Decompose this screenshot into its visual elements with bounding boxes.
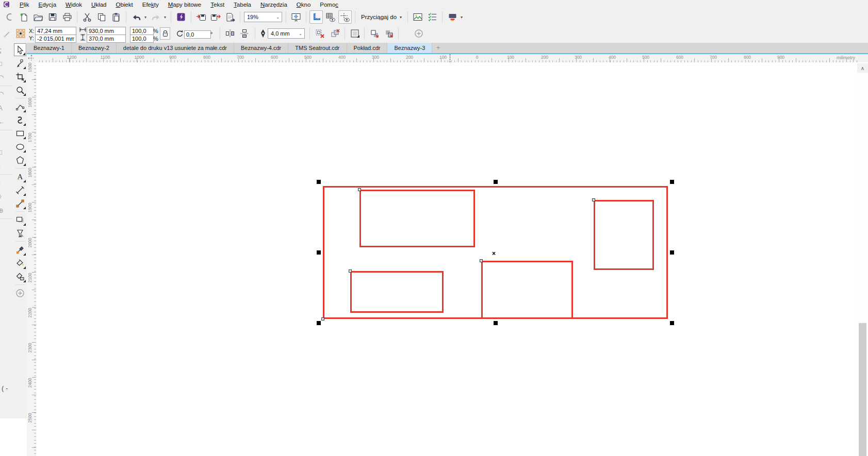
crop-tool[interactable] xyxy=(14,70,26,83)
menu-obiekt[interactable]: Obiekt xyxy=(111,1,137,8)
node-marker[interactable] xyxy=(480,259,483,262)
rulers-toggle-icon[interactable] xyxy=(309,10,323,24)
wrap-text-button[interactable] xyxy=(349,27,361,40)
document-tab[interactable]: Beznazwy-3 xyxy=(387,43,432,53)
ruler-origin-button[interactable] xyxy=(27,54,36,62)
import-icon[interactable] xyxy=(194,10,208,24)
undo-icon[interactable] xyxy=(129,10,143,24)
outline-width-combobox[interactable]: 4,0 mm ⌄ xyxy=(268,28,305,39)
scrollbar-thumb[interactable] xyxy=(859,323,866,456)
rotation-field[interactable] xyxy=(184,30,211,39)
object-height-field[interactable] xyxy=(87,35,126,43)
menu-tekst[interactable]: Tekst xyxy=(206,1,229,8)
document-tab[interactable]: Beznazwy-4.cdr xyxy=(234,43,288,53)
rectangle-tool[interactable] xyxy=(14,127,26,140)
remove-objects-button[interactable] xyxy=(329,27,341,40)
transparency-tool[interactable] xyxy=(14,227,26,240)
inner-rectangle[interactable] xyxy=(594,200,654,270)
node-marker[interactable] xyxy=(321,317,324,320)
mirror-horizontal-button[interactable] xyxy=(224,27,236,40)
new-document-icon[interactable] xyxy=(17,10,30,24)
selection-handle[interactable] xyxy=(317,250,321,255)
polygon-tool[interactable] xyxy=(14,154,26,166)
horizontal-ruler[interactable]: 1200110010009008007006005004003002001000… xyxy=(36,54,857,62)
chevron-down-icon[interactable]: ▾ xyxy=(460,15,464,20)
chevron-down-icon[interactable]: ▾ xyxy=(143,15,148,20)
menu-układ[interactable]: Układ xyxy=(87,1,111,8)
selection-handle[interactable] xyxy=(317,180,321,184)
drop-shadow-tool[interactable] xyxy=(14,213,26,226)
fullscreen-preview-icon[interactable] xyxy=(289,10,303,24)
selection-handle[interactable] xyxy=(494,180,498,184)
menu-narzędzia[interactable]: Narzędzia xyxy=(256,1,292,8)
image-adjust-icon[interactable] xyxy=(411,10,424,24)
new-document-tab-button[interactable]: + xyxy=(432,43,444,53)
ellipse-tool[interactable] xyxy=(14,140,26,153)
add-property-button[interactable] xyxy=(413,27,425,40)
inner-rectangle[interactable] xyxy=(481,261,573,319)
window-shade-icon[interactable] xyxy=(446,10,459,24)
selection-handle[interactable] xyxy=(670,321,674,325)
selection-handle[interactable] xyxy=(670,180,674,184)
chevron-down-icon[interactable]: ▾ xyxy=(163,15,167,20)
publish-pdf-icon[interactable] xyxy=(223,10,237,24)
lock-ratio-button[interactable] xyxy=(160,27,170,40)
drawing-canvas[interactable]: × xyxy=(36,62,857,456)
menu-pomoc[interactable]: Pomoc xyxy=(315,1,343,8)
print-icon[interactable] xyxy=(60,10,74,24)
scale-x-field[interactable] xyxy=(130,27,154,35)
vertical-scrollbar[interactable]: ∧ xyxy=(857,62,868,456)
grid-toggle-icon[interactable] xyxy=(324,10,337,24)
inner-rectangle[interactable] xyxy=(350,271,444,313)
menu-edycja[interactable]: Edycja xyxy=(34,1,61,8)
text-tool[interactable]: A xyxy=(14,170,26,183)
eyedropper-tool[interactable] xyxy=(14,243,26,256)
cut-icon[interactable] xyxy=(80,10,94,24)
guidelines-toggle-icon[interactable] xyxy=(338,10,352,24)
node-marker[interactable] xyxy=(358,188,361,191)
node-marker[interactable] xyxy=(592,198,595,201)
selection-handle[interactable] xyxy=(494,321,498,325)
selection-handle[interactable] xyxy=(670,250,674,255)
export-icon[interactable] xyxy=(209,10,222,24)
dimension-tool[interactable] xyxy=(14,183,26,196)
launcher-icon[interactable] xyxy=(174,10,188,24)
vertical-ruler[interactable]: 1500160017001800190020002100220023002400… xyxy=(27,62,36,456)
menu-mapy-bitowe[interactable]: Mapy bitowe xyxy=(163,1,206,8)
zoom-tool[interactable] xyxy=(14,83,26,96)
mirror-vertical-button[interactable] xyxy=(238,27,251,40)
menu-tabela[interactable]: Tabela xyxy=(229,1,256,8)
node-marker[interactable] xyxy=(349,269,352,273)
smart-fill-tool[interactable] xyxy=(14,270,26,283)
object-width-field[interactable] xyxy=(87,27,126,35)
connector-tool[interactable] xyxy=(14,197,26,210)
scale-y-field[interactable] xyxy=(130,35,154,43)
object-origin-selector[interactable] xyxy=(15,28,26,39)
to-front-button[interactable] xyxy=(383,27,395,40)
copy-icon[interactable] xyxy=(95,10,108,24)
shape-tool[interactable] xyxy=(14,57,26,70)
scroll-up-button[interactable]: ∧ xyxy=(857,63,868,73)
interactive-fill-tool[interactable] xyxy=(14,257,26,269)
to-back-button[interactable] xyxy=(368,27,381,40)
menu-efekty[interactable]: Efekty xyxy=(138,1,163,8)
x-position-field[interactable] xyxy=(35,27,76,35)
customize-plus-icon[interactable] xyxy=(14,286,26,299)
zoom-level-combobox[interactable]: 19%⌄ xyxy=(244,12,282,22)
proof-settings-icon[interactable] xyxy=(425,10,439,24)
selection-handle[interactable] xyxy=(317,321,321,325)
inner-rectangle[interactable] xyxy=(359,190,475,247)
freehand-tool[interactable] xyxy=(14,100,26,113)
paste-icon[interactable] xyxy=(109,10,123,24)
menu-widok[interactable]: Widok xyxy=(61,1,87,8)
snap-to-dropdown[interactable]: Przyciągaj do▾ xyxy=(358,12,405,22)
clear-selection-button[interactable] xyxy=(314,27,326,40)
document-tab[interactable]: Beznazwy-1 xyxy=(27,43,72,53)
redo-icon[interactable] xyxy=(149,10,162,24)
y-position-field[interactable] xyxy=(35,35,76,43)
menu-plik[interactable]: Plik xyxy=(15,1,34,8)
save-icon[interactable] xyxy=(46,10,59,24)
document-tab[interactable]: Pokład.cdr xyxy=(347,43,388,53)
selection-center-mark[interactable]: × xyxy=(492,251,496,256)
open-icon[interactable] xyxy=(31,10,45,24)
